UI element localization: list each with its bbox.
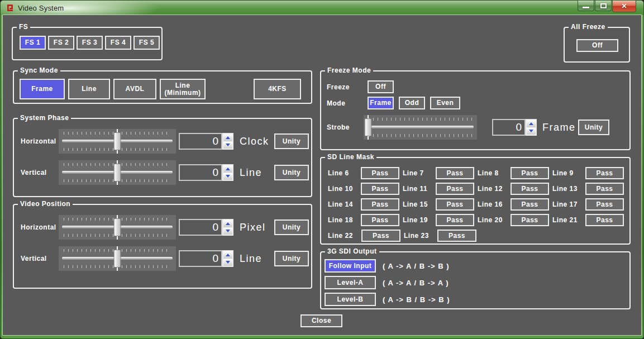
- sync-avdl-button[interactable]: AVDL: [113, 79, 156, 99]
- all-freeze-off-button[interactable]: Off: [576, 39, 618, 52]
- fs2-button[interactable]: FS 2: [48, 36, 74, 50]
- fs1-button[interactable]: FS 1: [20, 36, 46, 50]
- system-phase-vertical-unity-button[interactable]: Unity: [274, 165, 309, 180]
- strobe-unity-button[interactable]: Unity: [578, 120, 609, 135]
- spin-up-button[interactable]: [223, 134, 232, 141]
- spin-up-button[interactable]: [527, 120, 536, 127]
- line-23-pass-button[interactable]: Pass: [437, 230, 476, 242]
- value-text: 0: [212, 252, 218, 265]
- titlebar[interactable]: Video System ✕: [1, 1, 643, 15]
- line-20-pass-button[interactable]: Pass: [511, 214, 549, 226]
- value-text: 0: [212, 166, 218, 179]
- video-position-horizontal-value[interactable]: 0: [179, 219, 222, 236]
- close-button[interactable]: Close: [300, 314, 342, 327]
- spin-down-button[interactable]: [223, 142, 232, 149]
- line-17-pass-button[interactable]: Pass: [585, 198, 624, 211]
- fs5-button[interactable]: FS 5: [133, 36, 160, 50]
- close-window-button[interactable]: ✕: [612, 1, 636, 12]
- line-19-label: Line 19: [403, 216, 433, 224]
- sync-line-button[interactable]: Line: [68, 79, 110, 99]
- follow-input-mapping: ( A -> A / B -> B ): [383, 262, 450, 270]
- video-position-group: Video Position Horizontal 0 Pixel Unity: [13, 204, 312, 289]
- line-18-pass-button[interactable]: Pass: [361, 214, 399, 226]
- video-position-vertical-slider[interactable]: [59, 246, 176, 271]
- spin-up-button[interactable]: [223, 165, 232, 173]
- follow-input-button[interactable]: Follow Input: [325, 259, 376, 273]
- video-position-horizontal-unity-button[interactable]: Unity: [274, 219, 309, 235]
- system-phase-vertical-value[interactable]: 0: [179, 164, 222, 181]
- slider-ticks: [369, 134, 472, 137]
- slider-handle[interactable]: [114, 164, 121, 182]
- spin-down-button[interactable]: [527, 128, 536, 135]
- sync-line-minimum-button[interactable]: Line (Minimum): [160, 79, 206, 99]
- line-8-pass-button[interactable]: Pass: [511, 167, 549, 179]
- line-unit-label: Line: [240, 253, 262, 265]
- line-22-pass-button[interactable]: Pass: [361, 230, 400, 242]
- sdi-option-row: Level-A ( A -> A / B -> A ): [325, 276, 449, 289]
- level-a-button[interactable]: Level-A: [325, 276, 376, 289]
- fs-group: FS FS 1 FS 2 FS 3 FS 4 FS 5: [12, 27, 163, 60]
- fs4-button[interactable]: FS 4: [105, 36, 131, 50]
- line-21-label: Line 21: [552, 216, 583, 224]
- system-phase-horizontal-slider[interactable]: [59, 129, 176, 154]
- minimize-button[interactable]: [578, 1, 594, 11]
- spin-up-button[interactable]: [223, 251, 232, 259]
- spin-up-button[interactable]: [223, 220, 232, 227]
- line-22-label: Line 22: [328, 232, 359, 240]
- fs-button-row: FS 1 FS 2 FS 3 FS 4 FS 5: [20, 36, 160, 50]
- video-position-vertical-value[interactable]: 0: [179, 250, 222, 267]
- line-19-pass-button[interactable]: Pass: [436, 214, 474, 226]
- line-12-label: Line 12: [478, 185, 508, 193]
- line-10-pass-button[interactable]: Pass: [361, 183, 399, 195]
- sync-line-minimum-label-1: Line: [175, 82, 190, 89]
- level-b-button[interactable]: Level-B: [325, 293, 376, 306]
- freeze-mode-group-label: Freeze Mode: [325, 66, 373, 75]
- minimize-icon: [583, 7, 589, 8]
- system-phase-vertical-slider[interactable]: [59, 160, 176, 185]
- mode-frame-button[interactable]: Frame: [368, 97, 394, 109]
- arrow-up-icon: [226, 222, 230, 225]
- system-phase-horizontal-value[interactable]: 0: [179, 133, 222, 150]
- mode-odd-button[interactable]: Odd: [399, 97, 425, 109]
- system-phase-horizontal-unity-button[interactable]: Unity: [274, 133, 309, 149]
- sync-4kfs-button[interactable]: 4KFS: [254, 79, 301, 99]
- slider-handle[interactable]: [114, 250, 121, 268]
- line-15-pass-button[interactable]: Pass: [436, 198, 474, 211]
- mask-row: Line 10 Pass Line 11 Pass Line 12 Pass L…: [328, 181, 627, 197]
- system-phase-group: System Phase Horizontal 0 Clock Unity: [13, 118, 312, 197]
- line-6-pass-button[interactable]: Pass: [361, 167, 399, 179]
- arrow-up-icon: [226, 254, 230, 256]
- line-12-pass-button[interactable]: Pass: [511, 183, 549, 195]
- fs3-button[interactable]: FS 3: [77, 36, 103, 50]
- strobe-value[interactable]: 0: [492, 119, 526, 136]
- spin-down-button[interactable]: [223, 228, 232, 235]
- strobe-slider[interactable]: [364, 115, 477, 140]
- line-6-label: Line 6: [328, 169, 359, 177]
- video-position-vertical-unity-button[interactable]: Unity: [274, 251, 309, 266]
- line-11-pass-button[interactable]: Pass: [436, 183, 474, 195]
- sync-frame-button[interactable]: Frame: [20, 79, 65, 99]
- window-title: Video System: [18, 4, 64, 12]
- fs-group-label: FS: [17, 23, 30, 31]
- maximize-button[interactable]: [595, 1, 612, 11]
- spin-down-button[interactable]: [223, 173, 232, 180]
- freeze-off-button[interactable]: Off: [368, 80, 394, 93]
- all-freeze-group-label: All Freeze: [569, 23, 608, 31]
- line-8-label: Line 8: [478, 169, 508, 177]
- arrow-down-icon: [226, 261, 230, 264]
- line-21-pass-button[interactable]: Pass: [585, 214, 624, 226]
- line-13-pass-button[interactable]: Pass: [585, 183, 624, 195]
- video-position-horizontal-slider[interactable]: [59, 215, 176, 240]
- slider-handle[interactable]: [114, 132, 121, 150]
- level-b-mapping: ( A -> B / B -> B ): [383, 295, 450, 304]
- sync-mode-group-label: Sync Mode: [18, 66, 60, 75]
- line-16-pass-button[interactable]: Pass: [511, 198, 549, 211]
- spin-down-button[interactable]: [223, 259, 232, 266]
- slider-handle[interactable]: [114, 218, 121, 236]
- line-7-pass-button[interactable]: Pass: [436, 167, 474, 179]
- slider-handle[interactable]: [365, 118, 372, 136]
- clock-unit-label: Clock: [240, 136, 269, 147]
- mode-even-button[interactable]: Even: [430, 97, 460, 109]
- line-9-pass-button[interactable]: Pass: [585, 167, 624, 179]
- line-14-pass-button[interactable]: Pass: [361, 198, 399, 211]
